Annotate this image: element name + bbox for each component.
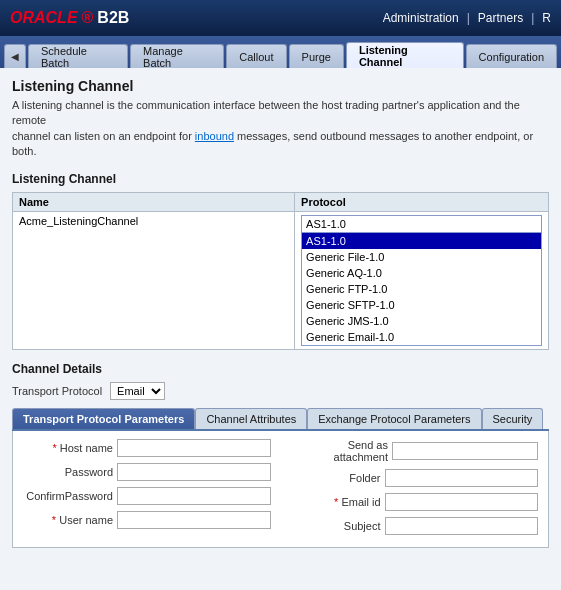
b2b-logo-text: B2B [97,9,129,27]
subject-label: Subject [291,520,381,532]
desc-text-1: A listening channel is the communication… [12,99,520,126]
nav-separator-1: | [467,11,470,25]
channel-table: Name Protocol Acme_ListeningChannel AS1-… [12,192,549,350]
app-header: ORACLE ® B2B Administration | Partners |… [0,0,561,36]
confirm-password-row: ConfirmPassword [23,487,271,505]
registered-mark: ® [82,9,94,27]
channel-name-cell[interactable]: Acme_ListeningChannel [13,211,295,349]
transport-row: Transport Protocol Email HTTP FTP SFTP J… [12,382,549,400]
sub-tab-exchange-params[interactable]: Exchange Protocol Parameters [307,408,481,429]
host-name-label: Host name [23,442,113,454]
send-as-attachment-label: Send as attachment [291,439,389,463]
logo: ORACLE ® B2B [10,9,129,27]
folder-label: Folder [291,472,381,484]
table-row: Acme_ListeningChannel AS1-1.0 AS1-1.0 Ge… [13,211,549,349]
dropdown-selected-value: AS1-1.0 [302,216,541,233]
form-right-column: Send as attachment Folder Email id Subje… [291,439,539,539]
email-id-input[interactable] [385,493,539,511]
tab-configuration[interactable]: Configuration [466,44,557,68]
user-name-label: User name [23,514,113,526]
subject-input[interactable] [385,517,539,535]
sub-tab-channel-attributes[interactable]: Channel Attributes [195,408,307,429]
protocol-cell[interactable]: AS1-1.0 AS1-1.0 Generic File-1.0 Generic… [295,211,549,349]
page-title: Listening Channel [12,78,549,94]
form-left-column: Host name Password ConfirmPassword User … [23,439,271,539]
form-grid: Host name Password ConfirmPassword User … [23,439,538,539]
subject-row: Subject [291,517,539,535]
host-name-input[interactable] [117,439,271,457]
nav-partners[interactable]: Partners [478,11,523,25]
tab-callout[interactable]: Callout [226,44,286,68]
password-row: Password [23,463,271,481]
transport-protocol-select[interactable]: Email HTTP FTP SFTP JMS [110,382,165,400]
listening-channel-section-title: Listening Channel [12,172,549,186]
dropdown-option-generic-email[interactable]: Generic Email-1.0 [302,329,541,345]
form-panel: Host name Password ConfirmPassword User … [12,431,549,548]
protocol-dropdown[interactable]: AS1-1.0 AS1-1.0 Generic File-1.0 Generic… [301,215,542,346]
password-input[interactable] [117,463,271,481]
confirm-password-input[interactable] [117,487,271,505]
channel-details-title: Channel Details [12,362,549,376]
channel-details-section: Channel Details Transport Protocol Email… [12,362,549,548]
page-description: A listening channel is the communication… [12,98,549,160]
dropdown-option-generic-aq[interactable]: Generic AQ-1.0 [302,265,541,281]
folder-input[interactable] [385,469,539,487]
desc-text-2: channel can listen on an endpoint for [12,130,195,142]
tab-listening-channel[interactable]: Listening Channel [346,42,464,68]
folder-row: Folder [291,469,539,487]
nav-reports[interactable]: R [542,11,551,25]
sub-tab-transport-params[interactable]: Transport Protocol Parameters [12,408,195,429]
sub-tab-bar: Transport Protocol Parameters Channel At… [12,408,549,431]
confirm-password-label: ConfirmPassword [23,490,113,502]
col-header-protocol: Protocol [295,192,549,211]
password-label: Password [23,466,113,478]
dropdown-option-generic-jms[interactable]: Generic JMS-1.0 [302,313,541,329]
dropdown-option-generic-sftp[interactable]: Generic SFTP-1.0 [302,297,541,313]
tab-purge[interactable]: Purge [289,44,344,68]
oracle-logo-text: ORACLE [10,9,78,27]
nav-administration[interactable]: Administration [383,11,459,25]
sub-tab-security[interactable]: Security [482,408,544,429]
tab-manage-batch[interactable]: Manage Batch [130,44,224,68]
main-content-area: Listening Channel A listening channel is… [0,68,561,590]
header-navigation: Administration | Partners | R [383,11,551,25]
user-name-row: User name [23,511,271,529]
tab-back-arrow[interactable]: ◀ [4,44,26,68]
dropdown-option-as1[interactable]: AS1-1.0 [302,233,541,249]
host-name-row: Host name [23,439,271,457]
send-as-attachment-input[interactable] [392,442,538,460]
dropdown-option-generic-file[interactable]: Generic File-1.0 [302,249,541,265]
transport-protocol-label: Transport Protocol [12,385,102,397]
dropdown-option-generic-ftp[interactable]: Generic FTP-1.0 [302,281,541,297]
email-id-row: Email id [291,493,539,511]
send-as-attachment-row: Send as attachment [291,439,539,463]
desc-inbound-link[interactable]: inbound [195,130,234,142]
col-header-name: Name [13,192,295,211]
dropdown-list: AS1-1.0 Generic File-1.0 Generic AQ-1.0 … [302,233,541,345]
user-name-input[interactable] [117,511,271,529]
nav-separator-2: | [531,11,534,25]
email-id-label: Email id [291,496,381,508]
main-tab-bar: ◀ Schedule Batch Manage Batch Callout Pu… [0,36,561,68]
tab-schedule-batch[interactable]: Schedule Batch [28,44,128,68]
